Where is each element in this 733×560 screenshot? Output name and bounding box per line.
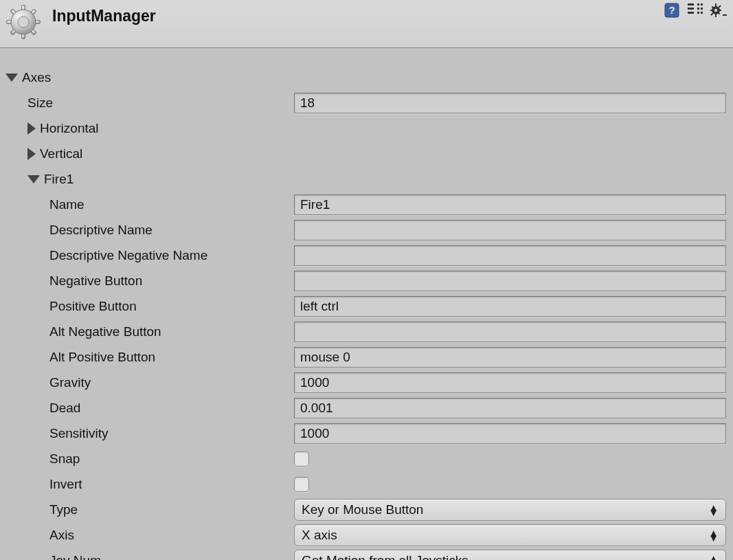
descriptive-name-row: Descriptive Name bbox=[0, 217, 733, 243]
svg-rect-13 bbox=[688, 8, 694, 10]
type-select-value: Key or Mouse Button bbox=[302, 502, 423, 517]
svg-point-22 bbox=[714, 9, 717, 12]
svg-rect-14 bbox=[688, 12, 694, 14]
updown-arrows-icon: ▲▼ bbox=[708, 530, 719, 540]
vertical-foldout-label: Vertical bbox=[40, 146, 82, 161]
axis-select[interactable]: X axis ▲▼ bbox=[294, 524, 726, 546]
inspector-header: InputManager ? bbox=[0, 0, 733, 48]
negative-button-input[interactable] bbox=[294, 271, 726, 291]
snap-row: Snap bbox=[0, 446, 733, 471]
foldout-arrow-down-icon bbox=[5, 74, 18, 82]
svg-rect-25 bbox=[710, 10, 713, 11]
svg-rect-20 bbox=[701, 12, 703, 14]
alt-positive-button-label: Alt Positive Button bbox=[49, 350, 155, 365]
context-gear-icon[interactable] bbox=[710, 3, 728, 18]
inspector-body: Axes Size Horizontal Vertical Fire1 bbox=[0, 48, 733, 560]
dead-input[interactable] bbox=[294, 398, 726, 418]
positive-button-input[interactable] bbox=[294, 296, 726, 317]
joynum-row: Joy Num Get Motion from all Joysticks ▲▼ bbox=[0, 548, 733, 560]
horizontal-foldout-label: Horizontal bbox=[40, 121, 99, 136]
gravity-label: Gravity bbox=[49, 375, 91, 390]
name-input[interactable] bbox=[294, 194, 726, 215]
joynum-select[interactable]: Get Motion from all Joysticks ▲▼ bbox=[294, 550, 726, 561]
svg-point-9 bbox=[18, 16, 29, 27]
axes-foldout[interactable]: Axes bbox=[0, 65, 733, 90]
descriptive-negative-name-input[interactable] bbox=[294, 245, 726, 266]
help-icon[interactable]: ? bbox=[663, 3, 681, 18]
gravity-row: Gravity bbox=[0, 370, 733, 395]
snap-checkbox[interactable] bbox=[294, 451, 309, 467]
invert-row: Invert bbox=[0, 471, 733, 497]
positive-button-row: Positive Button bbox=[0, 293, 733, 319]
name-row: Name bbox=[0, 192, 733, 217]
svg-rect-23 bbox=[715, 3, 717, 6]
dead-label: Dead bbox=[49, 401, 80, 416]
sensitivity-row: Sensitivity bbox=[0, 421, 733, 446]
svg-rect-17 bbox=[697, 8, 699, 10]
axes-foldout-label: Axes bbox=[22, 70, 51, 85]
joynum-select-value: Get Motion from all Joysticks bbox=[302, 553, 469, 561]
invert-label: Invert bbox=[49, 477, 82, 492]
alt-negative-button-row: Alt Negative Button bbox=[0, 319, 733, 344]
fire1-foldout-label: Fire1 bbox=[44, 172, 74, 187]
dead-row: Dead bbox=[0, 395, 733, 421]
sensitivity-input[interactable] bbox=[294, 423, 726, 444]
invert-checkbox[interactable] bbox=[294, 477, 309, 492]
svg-rect-18 bbox=[701, 8, 703, 10]
size-row: Size bbox=[0, 90, 733, 115]
name-label: Name bbox=[49, 197, 84, 212]
type-row: Type Key or Mouse Button ▲▼ bbox=[0, 497, 733, 522]
descriptive-name-input[interactable] bbox=[294, 220, 726, 240]
inspector-title: InputManager bbox=[52, 7, 156, 25]
horizontal-foldout[interactable]: Horizontal bbox=[0, 115, 733, 141]
size-input[interactable] bbox=[294, 93, 726, 113]
size-label: Size bbox=[27, 96, 53, 111]
axis-select-value: X axis bbox=[302, 528, 337, 543]
alt-positive-button-input[interactable] bbox=[294, 347, 726, 368]
type-select[interactable]: Key or Mouse Button ▲▼ bbox=[294, 499, 726, 521]
axis-label: Axis bbox=[49, 528, 74, 543]
foldout-arrow-down-icon bbox=[27, 175, 40, 183]
axis-row: Axis X axis ▲▼ bbox=[0, 522, 733, 548]
vertical-foldout[interactable]: Vertical bbox=[0, 141, 733, 166]
svg-text:?: ? bbox=[668, 4, 675, 16]
fire1-foldout[interactable]: Fire1 bbox=[0, 166, 733, 192]
foldout-arrow-right-icon bbox=[27, 148, 36, 160]
svg-rect-24 bbox=[715, 14, 717, 17]
alt-negative-button-label: Alt Negative Button bbox=[49, 324, 161, 339]
alt-positive-button-row: Alt Positive Button bbox=[0, 344, 733, 370]
positive-button-label: Positive Button bbox=[49, 299, 137, 314]
joynum-label: Joy Num bbox=[49, 553, 101, 561]
descriptive-name-label: Descriptive Name bbox=[49, 223, 153, 238]
alt-negative-button-input[interactable] bbox=[294, 322, 726, 342]
svg-rect-31 bbox=[723, 14, 727, 16]
updown-arrows-icon: ▲▼ bbox=[708, 556, 719, 561]
svg-rect-15 bbox=[697, 3, 699, 5]
updown-arrows-icon: ▲▼ bbox=[708, 505, 719, 515]
negative-button-row: Negative Button bbox=[0, 268, 733, 293]
snap-label: Snap bbox=[49, 451, 80, 467]
header-toolbar: ? bbox=[663, 3, 728, 18]
svg-rect-19 bbox=[697, 12, 699, 14]
svg-rect-16 bbox=[701, 3, 703, 5]
gravity-input[interactable] bbox=[294, 372, 726, 393]
negative-button-label: Negative Button bbox=[49, 273, 142, 289]
settings-gear-icon bbox=[5, 4, 41, 40]
sensitivity-label: Sensitivity bbox=[49, 426, 109, 441]
preset-icon[interactable] bbox=[686, 3, 704, 18]
type-label: Type bbox=[49, 502, 78, 517]
svg-rect-12 bbox=[688, 3, 694, 5]
descriptive-negative-name-label: Descriptive Negative Name bbox=[49, 248, 207, 263]
svg-rect-26 bbox=[719, 10, 721, 11]
foldout-arrow-right-icon bbox=[27, 122, 36, 135]
descriptive-negative-name-row: Descriptive Negative Name bbox=[0, 243, 733, 268]
